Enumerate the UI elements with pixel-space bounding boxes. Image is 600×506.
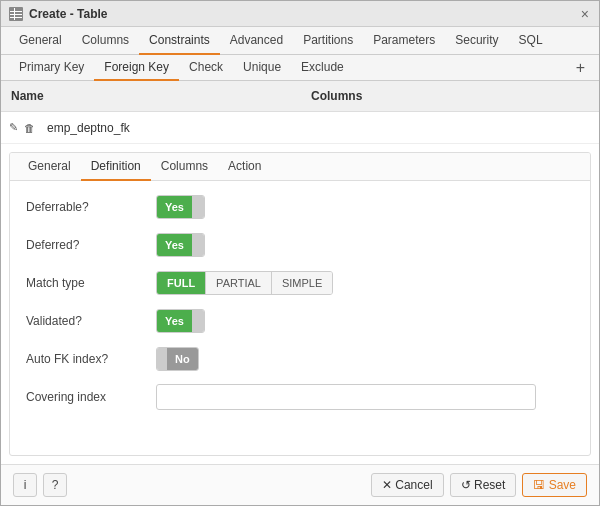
main-tabs: General Columns Constraints Advanced Par…	[1, 27, 599, 55]
tab-advanced[interactable]: Advanced	[220, 27, 293, 55]
covering-index-control	[156, 384, 536, 410]
tab-constraints[interactable]: Constraints	[139, 27, 220, 55]
tab-columns[interactable]: Columns	[72, 27, 139, 55]
match-type-partial[interactable]: PARTIAL	[206, 272, 272, 294]
tab-security[interactable]: Security	[445, 27, 508, 55]
constraint-tab-exclude[interactable]: Exclude	[291, 55, 354, 81]
covering-index-label: Covering index	[26, 390, 156, 404]
reset-button[interactable]: ↺ Reset	[450, 473, 517, 497]
svg-rect-4	[14, 8, 15, 20]
deferrable-slider	[192, 196, 204, 218]
deferred-toggle[interactable]: Yes	[156, 233, 205, 257]
svg-rect-2	[10, 14, 22, 15]
inner-tab-action[interactable]: Action	[218, 153, 271, 181]
auto-fk-toggle[interactable]: No	[156, 347, 199, 371]
validated-label: Validated?	[26, 314, 156, 328]
match-type-label: Match type	[26, 276, 156, 290]
title-bar-left: Create - Table	[9, 7, 107, 21]
validated-control: Yes	[156, 309, 205, 333]
detail-section: General Definition Columns Action Deferr…	[9, 152, 591, 456]
validated-yes[interactable]: Yes	[157, 310, 192, 332]
close-button[interactable]: ×	[579, 6, 591, 22]
table-row: ✎ 🗑 emp_deptno_fk	[1, 112, 599, 144]
auto-fk-control: No	[156, 347, 199, 371]
name-column-header: Name	[1, 85, 301, 107]
cancel-button[interactable]: ✕ Cancel	[371, 473, 444, 497]
svg-rect-1	[10, 11, 22, 12]
inner-tab-columns[interactable]: Columns	[151, 153, 218, 181]
deferred-yes[interactable]: Yes	[157, 234, 192, 256]
match-type-row: Match type FULL PARTIAL SIMPLE	[26, 269, 574, 297]
row-edit-button[interactable]: ✎	[7, 120, 20, 135]
inner-tab-general[interactable]: General	[18, 153, 81, 181]
window-title: Create - Table	[29, 7, 107, 21]
save-button[interactable]: 🖫 Save	[522, 473, 587, 497]
tab-partitions[interactable]: Partitions	[293, 27, 363, 55]
deferred-label: Deferred?	[26, 238, 156, 252]
footer-right: ✕ Cancel ↺ Reset 🖫 Save	[371, 473, 587, 497]
constraint-tab-foreign-key[interactable]: Foreign Key	[94, 55, 179, 81]
inner-tabs: General Definition Columns Action	[10, 153, 590, 181]
auto-fk-row: Auto FK index? No	[26, 345, 574, 373]
constraint-tabs: Primary Key Foreign Key Check Unique Exc…	[1, 55, 599, 81]
row-name: emp_deptno_fk	[43, 117, 303, 139]
deferred-row: Deferred? Yes	[26, 231, 574, 259]
footer-left: i ?	[13, 473, 67, 497]
help-button[interactable]: ?	[43, 473, 67, 497]
deferrable-row: Deferrable? Yes	[26, 193, 574, 221]
deferrable-label: Deferrable?	[26, 200, 156, 214]
tab-general[interactable]: General	[9, 27, 72, 55]
svg-rect-3	[10, 17, 22, 18]
deferred-slider	[192, 234, 204, 256]
auto-fk-no[interactable]: No	[167, 347, 198, 371]
add-constraint-button[interactable]: +	[570, 57, 591, 79]
match-type-control: FULL PARTIAL SIMPLE	[156, 271, 333, 295]
table-header: Name Columns	[1, 81, 599, 112]
columns-column-header: Columns	[301, 85, 599, 107]
constraint-tab-unique[interactable]: Unique	[233, 55, 291, 81]
row-columns	[303, 124, 599, 132]
row-delete-button[interactable]: 🗑	[22, 121, 37, 135]
covering-index-row: Covering index	[26, 383, 574, 411]
inner-tab-definition[interactable]: Definition	[81, 153, 151, 181]
footer: i ? ✕ Cancel ↺ Reset 🖫 Save	[1, 464, 599, 505]
table-icon	[9, 7, 23, 21]
covering-index-input[interactable]	[156, 384, 536, 410]
deferrable-control: Yes	[156, 195, 205, 219]
deferred-control: Yes	[156, 233, 205, 257]
row-actions: ✎ 🗑	[1, 120, 43, 135]
title-bar: Create - Table ×	[1, 1, 599, 27]
tab-parameters[interactable]: Parameters	[363, 27, 445, 55]
info-button[interactable]: i	[13, 473, 37, 497]
main-window: Create - Table × General Columns Constra…	[0, 0, 600, 506]
match-type-group: FULL PARTIAL SIMPLE	[156, 271, 333, 295]
constraint-tab-primary-key[interactable]: Primary Key	[9, 55, 94, 81]
match-type-simple[interactable]: SIMPLE	[272, 272, 332, 294]
tab-sql[interactable]: SQL	[509, 27, 553, 55]
form-body: Deferrable? Yes Deferred? Yes	[10, 181, 590, 455]
validated-toggle[interactable]: Yes	[156, 309, 205, 333]
validated-row: Validated? Yes	[26, 307, 574, 335]
auto-fk-slider-left	[157, 348, 167, 370]
deferrable-yes[interactable]: Yes	[157, 196, 192, 218]
auto-fk-label: Auto FK index?	[26, 352, 156, 366]
constraint-tab-check[interactable]: Check	[179, 55, 233, 81]
deferrable-toggle[interactable]: Yes	[156, 195, 205, 219]
validated-slider	[192, 310, 204, 332]
match-type-full[interactable]: FULL	[157, 272, 206, 294]
